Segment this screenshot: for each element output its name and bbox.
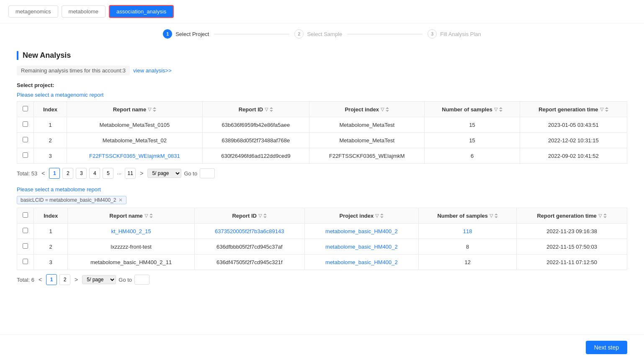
cell-index: 1	[34, 224, 68, 239]
col-project-index-1: Project index ▽	[345, 106, 389, 113]
meta-page-1[interactable]: 1	[49, 168, 60, 179]
col-report-id-1: Report ID ▽	[239, 106, 273, 113]
metagenomics-table: Index Report name ▽ Report ID ▽	[17, 101, 627, 164]
col-report-id-2: Report ID ▽	[232, 213, 267, 219]
filter-tag[interactable]: basicLCID = metabolome_basic_HM400_2 ✕	[17, 196, 126, 204]
sort-icon-rn2[interactable]	[149, 213, 153, 218]
cell-gen-time: 2022-11-11 07:12:50	[517, 255, 627, 270]
metabolome-pagination: Total: 6 < 1 2 > 5/ page 10/ page 20/ pa…	[17, 274, 627, 285]
table-row: 1 Metabolome_MetaTest_0105 63b636f6959fb…	[17, 117, 627, 133]
filter-icon-rn2[interactable]: ▽	[144, 213, 148, 219]
meta-page-11[interactable]: 11	[125, 168, 136, 179]
filter-tag-close[interactable]: ✕	[118, 197, 123, 203]
metagenomics-pagination: Total: 53 < 1 2 3 4 5 ··· 11 > 5/ page 1…	[17, 168, 627, 179]
meta-page-4[interactable]: 4	[89, 168, 100, 179]
meta-goto-input[interactable]	[200, 168, 215, 178]
cell-num-samples: 12	[419, 255, 517, 270]
cell-gen-time: 2022-11-15 07:50:03	[517, 239, 627, 255]
cell-project-index: Metabolome_MetaTest	[309, 133, 425, 148]
sort-icon-pi2[interactable]	[380, 213, 384, 218]
row-checkbox[interactable]	[23, 259, 28, 264]
metab-page-2[interactable]: 2	[59, 274, 70, 285]
table-row: 1 kt_HM400_2_15 6373520005f2f7b3a6c89143…	[17, 224, 627, 239]
cell-num-samples: 15	[425, 117, 520, 133]
meta-page-5[interactable]: 5	[103, 168, 113, 179]
view-analysis-link[interactable]: view analysis>>	[133, 67, 172, 74]
cell-num-samples: 6	[425, 148, 520, 164]
meta-prev[interactable]: <	[40, 170, 46, 177]
sort-icon-rn1[interactable]	[153, 107, 156, 112]
row-checkbox[interactable]	[23, 152, 28, 158]
sort-icon-ns1[interactable]	[499, 107, 502, 112]
table-row: 2 Metabolome_MetaTest_02 6389b68d05f2f73…	[17, 133, 627, 148]
filter-icon-ns1[interactable]: ▽	[494, 107, 497, 112]
cell-report-name: Metabolome_MetaTest_0105	[67, 117, 202, 133]
meta-next[interactable]: >	[138, 170, 145, 177]
metab-page-1[interactable]: 1	[46, 274, 57, 285]
cell-report-name: F22FTSSCKF0365_WEIajmkM_0831	[67, 148, 202, 164]
meta-page-3[interactable]: 3	[76, 168, 87, 179]
cell-report-name: lxzzzzz-front-test	[68, 239, 195, 255]
filter-icon-rid1[interactable]: ▽	[265, 107, 268, 112]
remaining-bar: Remaining analysis times for this accoun…	[17, 66, 627, 75]
step-3-label: Fill Analysis Plan	[440, 31, 481, 37]
sort-icon-gt2[interactable]	[603, 213, 607, 218]
metabolome-table: Index Report name ▽ Report ID ▽	[17, 208, 627, 270]
metab-goto-label: Go to	[118, 277, 132, 283]
metabolome-select-all[interactable]	[23, 212, 28, 218]
cell-report-name: Metabolome_MetaTest_02	[67, 133, 202, 148]
cell-project-index: metabolome_basic_HM400_2	[304, 224, 419, 239]
sort-icon-rid1[interactable]	[270, 107, 273, 112]
filter-icon-rid2[interactable]: ▽	[258, 213, 262, 219]
metab-prev[interactable]: <	[37, 276, 44, 283]
main-content: New Analysis Remaining analysis times fo…	[0, 44, 644, 326]
filter-icon-gt2[interactable]: ▽	[598, 213, 602, 219]
metagenomics-sub-label: Please select a metagenomic report	[17, 92, 627, 98]
cell-index: 3	[34, 148, 67, 164]
metagenomics-select-all[interactable]	[23, 106, 28, 111]
metab-next[interactable]: >	[73, 276, 80, 283]
cell-index: 2	[34, 133, 67, 148]
cell-project-index: metabolome_basic_HM400_2	[304, 255, 419, 270]
row-checkbox[interactable]	[23, 137, 28, 142]
cell-report-name: metabolome_basic_HM400_2_11	[68, 255, 195, 270]
step-1: 1 Select Project	[163, 29, 209, 39]
tab-association-analysis[interactable]: association_analysis	[109, 5, 174, 18]
cell-gen-time: 2022-11-23 09:16:38	[517, 224, 627, 239]
filter-icon-gt1[interactable]: ▽	[600, 107, 603, 112]
meta-per-page[interactable]: 5/ page 10/ page 20/ page	[147, 169, 181, 178]
row-checkbox[interactable]	[23, 121, 28, 127]
cell-report-name: kt_HM400_2_15	[68, 224, 195, 239]
sort-icon-rid2[interactable]	[263, 213, 267, 218]
row-checkbox[interactable]	[23, 243, 28, 249]
table-row: 3 metabolome_basic_HM400_2_11 636df47505…	[17, 255, 627, 270]
step-1-circle: 1	[163, 29, 172, 39]
cell-report-id: 63b636f6959fb42e86fa5aee	[202, 117, 309, 133]
filter-icon-pi1[interactable]: ▽	[381, 107, 384, 112]
col-report-name-2: Report name ▽	[109, 213, 152, 219]
filter-icon-ns2[interactable]: ▽	[489, 213, 493, 219]
tab-metagenomics[interactable]: metagenomics	[8, 5, 58, 18]
metab-goto-input[interactable]	[134, 275, 149, 285]
cell-report-id: 636df47505f2f7cd945c321f	[194, 255, 304, 270]
meta-page-2[interactable]: 2	[62, 168, 73, 179]
tab-bar: metagenomics metabolome association_anal…	[0, 0, 644, 23]
col-gen-time-2: Report generation time ▽	[537, 213, 606, 219]
step-3-circle: 3	[428, 29, 437, 39]
step-line-2	[347, 34, 422, 34]
cell-index: 1	[34, 117, 67, 133]
tab-metabolome[interactable]: metabolome	[62, 5, 106, 18]
page-title: New Analysis	[17, 51, 627, 60]
table-row: 2 lxzzzzz-front-test 636dfbbb05f2f7cd945…	[17, 239, 627, 255]
sort-icon-ns2[interactable]	[495, 213, 498, 218]
sort-icon-pi1[interactable]	[386, 107, 389, 112]
metab-per-page[interactable]: 5/ page 10/ page 20/ page	[82, 275, 116, 284]
filter-icon-rn1[interactable]: ▽	[148, 107, 151, 112]
filter-icon-pi2[interactable]: ▽	[375, 213, 379, 219]
table-row: 3 F22FTSSCKF0365_WEIajmkM_0831 630f26496…	[17, 148, 627, 164]
steps-bar: 1 Select Project 2 Select Sample 3 Fill …	[0, 23, 644, 44]
cell-num-samples: 118	[419, 224, 517, 239]
sort-icon-gt1[interactable]	[605, 107, 608, 112]
row-checkbox[interactable]	[23, 228, 28, 233]
filter-tag-text: basicLCID = metabolome_basic_HM400_2	[21, 197, 116, 203]
